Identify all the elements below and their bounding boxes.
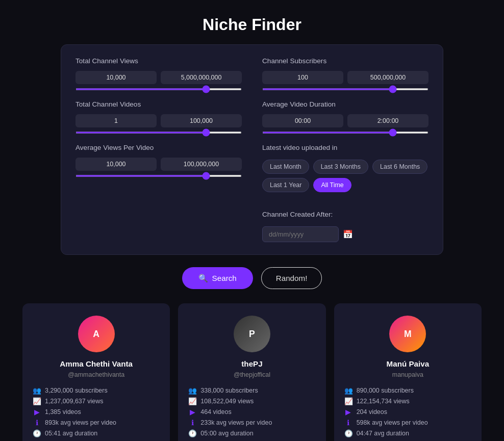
videos-value: 464 videos	[200, 408, 231, 416]
duration-slider[interactable]	[262, 132, 429, 134]
videos-icon: ▶	[188, 408, 196, 416]
btn-last-month[interactable]: Last Month	[262, 160, 309, 174]
channel-created-date-input[interactable]	[262, 226, 339, 242]
stat-views: 📈 1,237,009,637 views	[33, 397, 160, 405]
avg-duration-value: 05:41 avg duration	[45, 430, 97, 437]
avg-views-slider[interactable]	[75, 175, 242, 177]
action-buttons: 🔍 Search Random!	[0, 267, 504, 289]
views-icon: 📈	[33, 397, 41, 405]
channel-subscribers-group: Channel Subscribers	[262, 57, 429, 90]
avatar: A	[78, 316, 115, 352]
duration-max-input[interactable]	[347, 114, 429, 127]
stat-avg-duration: 🕐 05:41 avg duration	[33, 429, 160, 437]
channel-stats: 👥 890,000 subscribers 📈 122,154,734 view…	[344, 386, 471, 437]
channel-stats: 👥 338,000 subscribers 📈 108,522,049 view…	[188, 386, 315, 437]
avg-views-icon: ℹ	[188, 419, 196, 427]
stat-avg-views: ℹ 598k avg views per video	[344, 419, 471, 427]
avg-views-per-video-label: Average Views Per Video	[75, 144, 242, 151]
subscribers-icon: 👥	[188, 386, 196, 395]
subscribers-max-input[interactable]	[347, 71, 429, 84]
avatar: P	[234, 316, 270, 352]
btn-all-time[interactable]: All Time	[313, 178, 351, 192]
calendar-icon: 📅	[343, 229, 353, 239]
avg-video-duration-group: Average Video Duration	[262, 100, 429, 134]
page-title: Niche Finder	[0, 0, 504, 44]
btn-last-3-months[interactable]: Last 3 Months	[313, 160, 368, 174]
latest-video-label: Latest video uploaded in	[262, 144, 429, 151]
stat-views: 📈 122,154,734 views	[344, 397, 471, 405]
channel-name: Manú Paiva	[387, 359, 430, 368]
channel-created-after-group: Channel Created After: 📅	[262, 202, 429, 242]
channel-stats: 👥 3,290,000 subscribers 📈 1,237,009,637 …	[33, 386, 160, 437]
avg-video-duration-label: Average Video Duration	[262, 100, 429, 108]
stat-videos: ▶ 204 videos	[344, 408, 471, 416]
search-button[interactable]: 🔍 Search	[182, 267, 253, 289]
avg-views-value: 598k avg views per video	[357, 419, 428, 426]
avg-views-min-input[interactable]	[75, 158, 157, 171]
avg-views-value: 233k avg views per video	[200, 419, 272, 426]
channel-handle: @ammachethivanta	[68, 371, 124, 378]
avg-duration-value: 05:00 avg duration	[200, 430, 253, 437]
views-icon: 📈	[188, 397, 196, 405]
avg-views-max-input[interactable]	[161, 158, 242, 171]
avg-duration-value: 04:47 avg duration	[357, 430, 409, 437]
videos-icon: ▶	[344, 408, 352, 416]
stat-avg-views: ℹ 893k avg views per video	[33, 419, 160, 427]
random-button-label: Random!	[276, 274, 308, 282]
subscribers-icon: 👥	[344, 386, 352, 395]
subscribers-value: 3,290,000 subscribers	[45, 387, 108, 394]
total-views-slider[interactable]	[75, 88, 242, 90]
subscribers-slider[interactable]	[262, 88, 429, 90]
channel-name: Amma Chethi Vanta	[60, 359, 133, 368]
total-videos-slider[interactable]	[75, 132, 242, 134]
latest-video-uploaded-group: Latest video uploaded in Last Month Last…	[262, 144, 429, 192]
channel-handle: @thepjoffical	[234, 371, 270, 378]
subscribers-min-input[interactable]	[262, 71, 343, 84]
date-buttons-container: Last Month Last 3 Months Last 6 Months L…	[262, 160, 429, 192]
total-views-max-input[interactable]	[161, 71, 242, 84]
total-channel-videos-label: Total Channel Videos	[75, 100, 242, 108]
channel-created-after-label: Channel Created After:	[262, 211, 429, 218]
search-icon: 🔍	[198, 274, 208, 283]
channels-grid: A Amma Chethi Vanta @ammachethivanta 👥 3…	[22, 303, 482, 441]
total-channel-views-label: Total Channel Views	[75, 57, 242, 65]
random-button[interactable]: Random!	[261, 267, 322, 289]
total-channel-videos-group: Total Channel Videos	[75, 100, 242, 134]
avg-views-value: 893k avg views per video	[45, 419, 116, 426]
channel-handle: manupaiva	[392, 371, 423, 378]
channel-card[interactable]: P thePJ @thepjoffical 👥 338,000 subscrib…	[178, 303, 325, 441]
stat-videos: ▶ 464 videos	[188, 408, 315, 416]
search-button-label: Search	[212, 274, 237, 282]
stat-subscribers: 👥 3,290,000 subscribers	[33, 386, 160, 395]
stat-avg-views: ℹ 233k avg views per video	[188, 419, 315, 427]
subscribers-icon: 👥	[33, 386, 41, 395]
duration-min-input[interactable]	[262, 114, 343, 127]
subscribers-value: 890,000 subscribers	[357, 387, 414, 394]
videos-icon: ▶	[33, 408, 41, 416]
channel-name: thePJ	[241, 359, 262, 368]
btn-last-6-months[interactable]: Last 6 Months	[372, 160, 427, 174]
videos-value: 1,385 videos	[45, 408, 81, 416]
total-videos-min-input[interactable]	[75, 114, 157, 127]
total-channel-views-group: Total Channel Views	[75, 57, 242, 90]
views-value: 1,237,009,637 views	[45, 398, 103, 405]
avg-views-icon: ℹ	[344, 419, 352, 427]
channel-card[interactable]: A Amma Chethi Vanta @ammachethivanta 👥 3…	[22, 303, 170, 441]
btn-last-1-year[interactable]: Last 1 Year	[262, 178, 309, 192]
channel-card[interactable]: M Manú Paiva manupaiva 👥 890,000 subscri…	[334, 303, 482, 441]
total-views-min-input[interactable]	[75, 71, 157, 84]
total-videos-max-input[interactable]	[161, 114, 242, 127]
stat-videos: ▶ 1,385 videos	[33, 408, 160, 416]
avg-views-icon: ℹ	[33, 419, 41, 427]
duration-icon: 🕐	[344, 429, 352, 437]
stat-subscribers: 👥 338,000 subscribers	[188, 386, 315, 395]
stat-avg-duration: 🕐 05:00 avg duration	[188, 429, 315, 437]
videos-value: 204 videos	[357, 408, 387, 416]
views-value: 108,522,049 views	[200, 398, 254, 405]
stat-views: 📈 108,522,049 views	[188, 397, 315, 405]
avg-views-per-video-group: Average Views Per Video	[75, 144, 242, 177]
channel-subscribers-label: Channel Subscribers	[262, 57, 429, 65]
duration-icon: 🕐	[33, 429, 41, 437]
filter-card: Total Channel Views Total Channel Videos…	[61, 44, 443, 255]
views-icon: 📈	[344, 397, 352, 405]
